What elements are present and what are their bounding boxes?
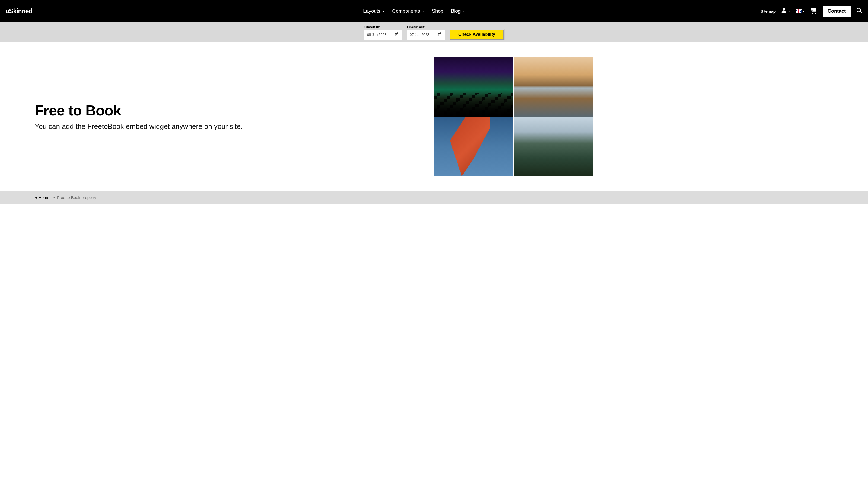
main-nav: Layouts Components Shop Blog <box>328 8 465 14</box>
sitemap-link[interactable]: Sitemap <box>761 9 775 13</box>
breadcrumb-current: ◀ Free to Book property <box>53 195 96 200</box>
nav-layouts[interactable]: Layouts <box>363 8 384 14</box>
nav-components-label: Components <box>392 8 420 14</box>
caret-down-icon <box>422 10 424 12</box>
nav-layouts-label: Layouts <box>363 8 380 14</box>
hero-image-aurora <box>434 57 514 117</box>
breadcrumb-home-label: Home <box>38 195 50 200</box>
caret-down-icon <box>803 10 805 12</box>
hero-text: Free to Book You can add the FreetoBook … <box>35 102 434 131</box>
nav-right: Sitemap Contact <box>761 6 863 17</box>
check-availability-button[interactable]: Check Availability <box>450 30 504 40</box>
page-subtitle: You can add the FreetoBook embed widget … <box>35 122 418 131</box>
chevron-left-icon: ◀ <box>35 196 37 199</box>
svg-line-1 <box>860 11 862 13</box>
uk-flag-icon <box>796 9 802 13</box>
breadcrumb: ◀ Home ◀ Free to Book property <box>0 191 868 204</box>
checkin-value: 06 Jan 2023 <box>367 33 386 37</box>
main-header: uSkinned Layouts Components Shop Blog Si… <box>0 0 868 22</box>
calendar-icon <box>395 32 399 37</box>
hero-image-castle-lake <box>514 57 593 117</box>
language-selector[interactable] <box>796 9 805 13</box>
hero-image-machu-picchu <box>514 117 593 176</box>
nav-blog[interactable]: Blog <box>451 8 465 14</box>
search-button[interactable] <box>856 7 863 15</box>
nav-components[interactable]: Components <box>392 8 424 14</box>
svg-point-0 <box>857 8 861 12</box>
user-icon <box>781 8 787 14</box>
checkout-group: Check-out: 07 Jan 2023 <box>407 25 444 40</box>
hero-image-grid <box>434 57 593 176</box>
caret-down-icon <box>463 10 465 12</box>
calendar-icon <box>437 32 442 37</box>
contact-button[interactable]: Contact <box>823 6 850 17</box>
breadcrumb-home[interactable]: ◀ Home <box>35 195 50 200</box>
checkin-input[interactable]: 06 Jan 2023 <box>364 30 402 40</box>
nav-shop[interactable]: Shop <box>432 8 443 14</box>
user-menu[interactable] <box>781 8 790 14</box>
checkout-value: 07 Jan 2023 <box>410 33 429 37</box>
nav-blog-label: Blog <box>451 8 461 14</box>
chevron-left-icon: ◀ <box>53 196 55 199</box>
logo[interactable]: uSkinned <box>5 8 33 15</box>
checkin-group: Check-in: 06 Jan 2023 <box>364 25 402 40</box>
nav-shop-label: Shop <box>432 8 443 14</box>
caret-down-icon <box>788 10 790 12</box>
checkout-input[interactable]: 07 Jan 2023 <box>407 30 444 40</box>
cart-button[interactable] <box>810 7 817 15</box>
page-title: Free to Book <box>35 102 418 119</box>
caret-down-icon <box>382 10 384 12</box>
hero-image-golden-gate <box>434 117 514 176</box>
booking-bar: Check-in: 06 Jan 2023 Check-out: 07 Jan … <box>0 22 868 42</box>
breadcrumb-current-label: Free to Book property <box>57 195 96 200</box>
checkin-label: Check-in: <box>364 25 402 29</box>
checkout-label: Check-out: <box>407 25 444 29</box>
hero-section: Free to Book You can add the FreetoBook … <box>0 42 868 191</box>
